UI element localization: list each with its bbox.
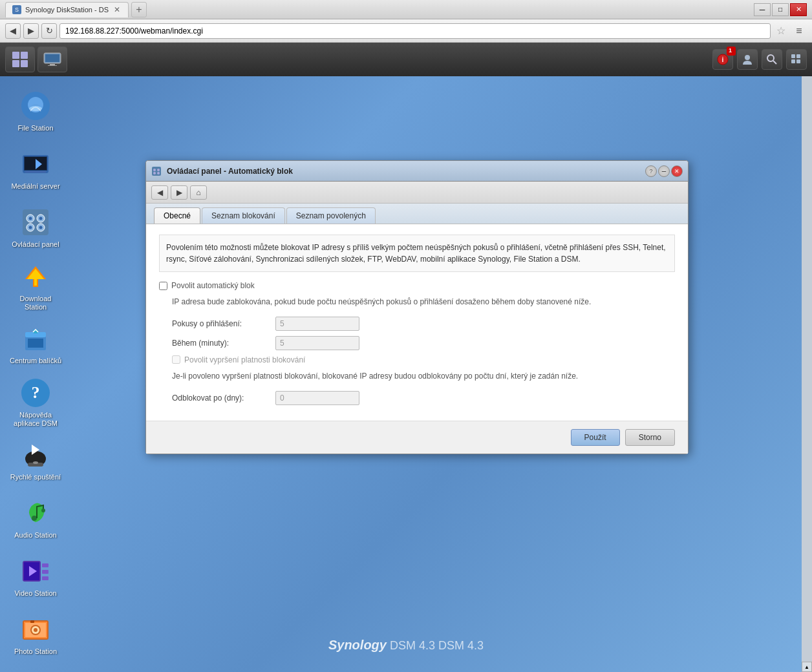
- cancel-btn[interactable]: Storno: [625, 429, 675, 446]
- svg-rect-52: [42, 570, 48, 574]
- address-bar[interactable]: [59, 23, 771, 39]
- apply-btn[interactable]: Použít: [571, 429, 620, 446]
- help-icon: ?: [20, 377, 51, 408]
- svg-rect-14: [796, 54, 800, 58]
- svg-rect-16: [796, 59, 800, 63]
- tab-close-btn[interactable]: ✕: [112, 5, 122, 14]
- svg-point-27: [29, 217, 32, 220]
- svg-point-66: [157, 172, 160, 174]
- icon-pkg-center-label: Centrum balíčků: [10, 357, 61, 365]
- within-minutes-label: Během (minuty):: [172, 339, 275, 348]
- svg-point-10: [745, 55, 750, 60]
- enable-autoblock-checkbox[interactable]: [159, 282, 167, 290]
- apps-btn[interactable]: [786, 49, 807, 70]
- svg-point-45: [33, 461, 38, 464]
- icon-video-station[interactable]: Video Station: [6, 548, 65, 606]
- monitor-btn[interactable]: [37, 47, 67, 72]
- svg-marker-35: [27, 269, 44, 286]
- icon-quick-launch[interactable]: Rychlé spuštění: [6, 432, 65, 490]
- svg-rect-7: [48, 65, 57, 66]
- quick-launch-icon: [20, 439, 51, 470]
- syn-toolbar: i 1: [0, 43, 812, 76]
- svg-rect-3: [21, 60, 28, 67]
- back-btn[interactable]: ◀: [5, 23, 21, 39]
- svg-rect-53: [42, 576, 48, 580]
- within-minutes-input[interactable]: [275, 336, 359, 350]
- maximize-btn[interactable]: □: [772, 3, 789, 16]
- search-btn[interactable]: [762, 49, 782, 70]
- icon-pkg-center[interactable]: Centrum balíčků: [6, 315, 65, 373]
- svg-rect-5: [45, 54, 59, 62]
- icon-download-station[interactable]: Download Station: [6, 257, 65, 315]
- svg-rect-51: [42, 563, 48, 567]
- refresh-btn[interactable]: ↻: [41, 23, 57, 39]
- dialog-back-btn[interactable]: ◀: [151, 185, 168, 200]
- dialog-forward-btn[interactable]: ▶: [171, 185, 187, 200]
- forward-btn[interactable]: ▶: [23, 23, 39, 39]
- audio-station-icon: [20, 498, 51, 529]
- icon-video-station-label: Video Station: [14, 589, 56, 598]
- dialog-close-btn[interactable]: ✕: [671, 165, 683, 177]
- svg-text:?: ?: [32, 383, 40, 402]
- icon-control-panel[interactable]: Ovládací panel: [6, 199, 65, 257]
- browser-tab[interactable]: S Synology DiskStation - DS ✕: [5, 2, 129, 17]
- info-icon: i: [717, 54, 729, 65]
- expiry-description: Je-li povoleno vypršení platnosti blokov…: [172, 371, 675, 382]
- svg-point-48: [41, 509, 45, 512]
- dialog-home-btn[interactable]: ⌂: [190, 185, 207, 200]
- control-panel-icon: [20, 207, 51, 238]
- media-server-icon: [20, 149, 51, 180]
- enable-expiry-checkbox[interactable]: [172, 355, 180, 364]
- dialog-title-icon: [151, 166, 162, 176]
- login-attempts-input[interactable]: [275, 317, 359, 331]
- svg-rect-2: [12, 60, 19, 67]
- tab-title: Synology DiskStation - DS: [25, 6, 109, 14]
- dialog-title-text: Ovládací panel - Automatický blok: [167, 167, 640, 176]
- svg-rect-6: [50, 64, 55, 65]
- dialog-window-buttons: ? ─ ✕: [645, 165, 683, 177]
- svg-rect-37: [28, 339, 43, 348]
- svg-line-12: [773, 61, 776, 64]
- syn-dsm-version: DSM 4.3: [390, 639, 435, 652]
- svg-point-11: [767, 55, 774, 61]
- icon-help[interactable]: ? Nápověda aplikace DSM: [6, 373, 65, 432]
- scroll-up-btn[interactable]: ▲: [802, 662, 812, 672]
- svg-rect-1: [21, 52, 28, 59]
- tab-obecne[interactable]: Obecné: [154, 207, 200, 224]
- icon-photo-station[interactable]: Photo Station: [6, 606, 65, 664]
- new-tab-btn[interactable]: +: [131, 2, 147, 17]
- tab-seznam-povolenych[interactable]: Seznam povolených: [286, 207, 376, 224]
- user-btn[interactable]: [737, 49, 758, 70]
- unblock-after-input[interactable]: [275, 391, 359, 405]
- svg-rect-25: [23, 209, 48, 235]
- icon-quick-launch-label: Rychlé spuštění: [10, 473, 61, 481]
- enable-autoblock-row: Povolit automatický blok: [159, 281, 675, 290]
- browser-frame: S Synology DiskStation - DS ✕ + ─ □ ✕ ◀ …: [0, 0, 812, 672]
- scrollbar[interactable]: ▲: [802, 76, 812, 672]
- desktop-btn[interactable]: [5, 47, 35, 72]
- minimize-btn[interactable]: ─: [754, 3, 771, 16]
- icon-file-station-label: File Station: [17, 124, 53, 132]
- video-station-icon: [20, 556, 51, 587]
- browser-navbar: ◀ ▶ ↻ ☆ ≡: [0, 19, 812, 43]
- enable-expiry-label: Povolit vypršení platnosti blokování: [184, 355, 305, 364]
- file-station-icon: [20, 90, 51, 121]
- svg-point-47: [32, 516, 37, 521]
- dialog-minimize-btn[interactable]: ─: [658, 165, 670, 177]
- bookmark-btn[interactable]: ☆: [773, 23, 789, 39]
- login-attempts-row: Pokusy o přihlášení:: [172, 317, 675, 331]
- close-btn[interactable]: ✕: [790, 3, 807, 16]
- svg-point-29: [39, 217, 43, 220]
- toolbar-left: [5, 47, 67, 72]
- enable-autoblock-label: Povolit automatický blok: [171, 281, 255, 290]
- desktop-icons-container: File Station Mediální server: [0, 76, 71, 672]
- desktop: File Station Mediální server: [0, 76, 812, 672]
- tab-seznam-blokovani[interactable]: Seznam blokování: [202, 207, 285, 224]
- icon-audio-station[interactable]: Audio Station: [6, 490, 65, 548]
- browser-menu-btn[interactable]: ≡: [791, 23, 807, 39]
- icon-media-server[interactable]: Mediální server: [6, 141, 65, 199]
- syn-brand-text: Synology DSM 4.3: [328, 639, 438, 652]
- dialog-help-btn[interactable]: ?: [645, 165, 657, 177]
- icon-file-station[interactable]: File Station: [6, 83, 65, 141]
- dialog-tabs: Obecné Seznam blokování Seznam povolenýc…: [146, 204, 688, 224]
